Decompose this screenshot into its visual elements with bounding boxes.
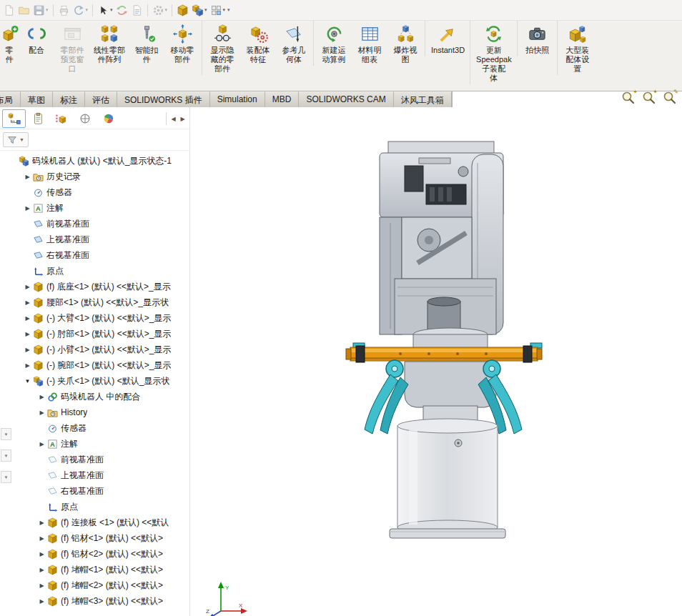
tree-item[interactable]: ▶码垛机器人 中的配合: [0, 389, 189, 404]
tab-solidworks-cam[interactable]: SOLIDWORKS CAM: [299, 91, 393, 107]
tab-标注[interactable]: 标注: [53, 91, 85, 107]
tree-item[interactable]: ▶(f) 铝材<1> (默认) <<默认>: [0, 530, 189, 546]
bill-of-materials-button[interactable]: 材料明 细表: [352, 21, 387, 66]
tree-nav-prev-button[interactable]: ◀: [169, 112, 178, 125]
select-cursor-button[interactable]: ▾: [96, 1, 114, 19]
tree-expand-arrow-icon[interactable]: ▶: [37, 598, 46, 605]
tree-expand-arrow-icon[interactable]: ▼: [23, 378, 32, 384]
tree-item[interactable]: ▶(-) 小臂<1> (默认) <<默认>_显示: [0, 342, 189, 357]
tree-expand-arrow-icon[interactable]: ▶: [37, 551, 46, 557]
tree-expand-arrow-icon[interactable]: ▶: [23, 315, 32, 322]
display-manager-tab[interactable]: [97, 109, 120, 128]
tab-solidworks-插件[interactable]: SOLIDWORKS 插件: [117, 91, 210, 107]
tree-item[interactable]: ▶(-) 大臂<1> (默认) <<默认>_显示: [0, 310, 189, 326]
assembly-cube-button[interactable]: ▾: [190, 1, 209, 19]
tree-item[interactable]: 传感器: [0, 420, 189, 436]
print-button[interactable]: [56, 1, 71, 19]
tree-item[interactable]: ▶History: [0, 404, 189, 420]
tree-item[interactable]: ▶(f) 堵帽<2> (默认) <<默认>: [0, 577, 189, 593]
tree-item[interactable]: 前视基准面: [0, 452, 189, 467]
insert-component-button[interactable]: 零 件: [0, 21, 19, 66]
tree-expand-arrow-icon[interactable]: ▶: [37, 520, 46, 526]
tree-item[interactable]: 原点: [0, 263, 189, 279]
hide-show-grid-button[interactable]: ▾: [209, 1, 227, 19]
tree-item[interactable]: ▶注解: [0, 436, 189, 452]
tree-expand-arrow-icon[interactable]: ▶: [37, 394, 46, 400]
tree-item[interactable]: ▶(-) 肘部<1> (默认) <<默认>_显示: [0, 326, 189, 342]
new-document-button[interactable]: [1, 1, 16, 19]
tree-item[interactable]: ▶(f) 底座<1> (默认) <<默认>_显示: [0, 279, 189, 294]
drum-and-base[interactable]: [390, 419, 505, 538]
tree-expand-arrow-icon[interactable]: ▶: [37, 409, 46, 416]
magnifier-edit-button[interactable]: ✎: [662, 90, 678, 106]
tree-expand-arrow-icon[interactable]: ▶: [23, 299, 32, 306]
tree-item[interactable]: 上视基准面: [0, 232, 189, 247]
move-component-button[interactable]: 移动零 部件: [164, 21, 200, 66]
tree-item[interactable]: ▶历史记录: [0, 169, 189, 184]
property-manager-tab[interactable]: [26, 109, 49, 128]
tree-item[interactable]: ▶(-) 腕部<1> (默认) <<默认>_显示: [0, 357, 189, 373]
filter-button[interactable]: ▼: [3, 132, 29, 147]
tab-布局[interactable]: 布局: [0, 91, 21, 107]
motion-study-button[interactable]: 新建运 动算例: [313, 21, 352, 66]
undo-button[interactable]: ▾: [71, 1, 90, 19]
exploded-view-button[interactable]: 爆炸视 图: [387, 21, 423, 66]
tree-item[interactable]: 右视基准面: [0, 247, 189, 263]
tree-expand-arrow-icon[interactable]: ▶: [23, 362, 32, 369]
tree-item[interactable]: ▶(f) 连接板 <1> (默认) <<默认: [0, 515, 189, 530]
large-assembly-button[interactable]: 大型装 配体设 置: [557, 21, 595, 75]
open-document-button[interactable]: [16, 1, 31, 19]
tree-item[interactable]: 原点: [0, 499, 189, 515]
tree-expand-arrow-icon[interactable]: ▶: [23, 284, 32, 290]
tree-expand-arrow-icon[interactable]: ▶: [23, 174, 32, 180]
tree-nav-next-button[interactable]: ▶: [178, 112, 187, 125]
reference-geometry-button[interactable]: 参考几 何体: [276, 21, 312, 66]
tab-simulation[interactable]: Simulation: [210, 91, 265, 107]
dimxpert-manager-tab[interactable]: [73, 109, 97, 128]
tree-expand-arrow-icon[interactable]: ▶: [37, 535, 46, 542]
magnifier-star-button[interactable]: ✦: [641, 90, 657, 106]
show-hidden-button[interactable]: 显示隐 藏的零 部件: [202, 21, 240, 75]
tab-评估[interactable]: 评估: [85, 91, 117, 107]
instant3d-button[interactable]: Instant3D: [425, 21, 468, 56]
update-speedpak-button[interactable]: 更新 Speedpak 子装配 体: [470, 21, 515, 84]
tree-expand-arrow-icon[interactable]: ▶: [37, 441, 46, 447]
magnifier-plus-button[interactable]: +: [621, 90, 636, 106]
tab-沐风工具箱[interactable]: 沐风工具箱: [394, 91, 452, 107]
tree-item[interactable]: ▶注解: [0, 200, 189, 216]
tree-item[interactable]: 码垛机器人 (默认) <默认_显示状态-1: [0, 153, 189, 169]
assembly-features-button[interactable]: 装配体 特征: [240, 21, 276, 66]
tab-mbd[interactable]: MBD: [265, 91, 300, 107]
linear-pattern-button[interactable]: 线性零部 件阵列: [90, 21, 129, 66]
tree-item[interactable]: 前视基准面: [0, 216, 189, 232]
featuremanager-tree-tab[interactable]: [2, 109, 26, 128]
tree-expand-arrow-icon[interactable]: ▶: [37, 567, 46, 573]
component-preview-button[interactable]: 零部件 预览窗 口: [54, 21, 90, 75]
mate-button[interactable]: 配合: [19, 21, 54, 56]
flyout-arrow-button[interactable]: ▼: [1, 449, 11, 462]
tree-item[interactable]: 上视基准面: [0, 467, 189, 483]
tree-item[interactable]: ▶腰部<1> (默认) <<默认>_显示状: [0, 294, 189, 310]
tree-expand-arrow-icon[interactable]: ▶: [23, 205, 32, 212]
file-properties-button[interactable]: [129, 1, 144, 19]
tree-item[interactable]: ▼(-) 夹爪<1> (默认) <默认_显示状: [0, 373, 189, 389]
flyout-arrow-button[interactable]: ▼: [1, 471, 11, 483]
options-gear-button[interactable]: ▾: [151, 1, 169, 19]
tree-item[interactable]: 传感器: [0, 184, 189, 200]
dropdown-caret-icon[interactable]: ▾: [227, 7, 230, 13]
tree-expand-arrow-icon[interactable]: ▶: [37, 582, 46, 589]
configuration-manager-tab[interactable]: [49, 109, 73, 128]
rebuild-button[interactable]: [114, 1, 129, 19]
tree-item[interactable]: ▶(f) 堵帽<1> (默认) <<默认>: [0, 562, 189, 577]
flyout-arrow-button[interactable]: ▼: [1, 428, 11, 440]
view-cube-button[interactable]: [175, 1, 190, 19]
tree-item[interactable]: ▶(f) 铝材<2> (默认) <<默认>: [0, 546, 189, 562]
tree-item[interactable]: ▶(f) 堵帽<3> (默认) <<默认>: [0, 593, 189, 609]
tree-item[interactable]: 右视基准面: [0, 483, 189, 499]
tree-expand-arrow-icon[interactable]: ▶: [23, 347, 32, 353]
save-button[interactable]: ▾: [31, 1, 50, 19]
take-snapshot-button[interactable]: 拍快照: [517, 21, 555, 56]
tab-草图[interactable]: 草图: [21, 91, 53, 107]
tree-expand-arrow-icon[interactable]: ▶: [23, 331, 32, 337]
smart-fasteners-button[interactable]: 智能扣 件: [129, 21, 164, 66]
